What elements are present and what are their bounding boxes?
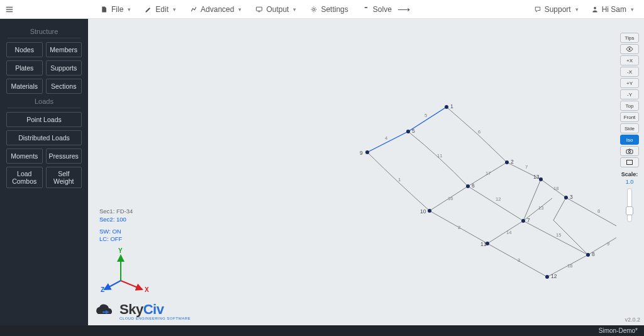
status-sw: SW: ON [99, 228, 133, 236]
btn-tips[interactable]: Tips [620, 33, 639, 43]
svg-text:16: 16 [448, 196, 453, 201]
menu-support[interactable]: Support▾ [534, 5, 579, 14]
menu-user-label: Hi Sam [602, 5, 626, 14]
svg-text:17: 17 [486, 171, 491, 176]
btn-side[interactable]: Side [620, 123, 639, 133]
btn-load-combos[interactable]: Load Combos [6, 167, 43, 188]
btn-members[interactable]: Members [46, 42, 82, 57]
btn-sections[interactable]: Sections [46, 79, 82, 94]
chevron-down-icon: ▾ [631, 6, 634, 13]
svg-text:X: X [145, 286, 149, 293]
svg-text:18: 18 [567, 263, 572, 269]
btn-moments[interactable]: Moments [6, 148, 43, 164]
camera-icon [626, 148, 633, 154]
svg-text:9: 9 [607, 241, 609, 247]
status-sec2: Sec2: 100 [99, 216, 133, 224]
eye-icon [626, 46, 633, 52]
svg-text:11: 11 [437, 153, 442, 159]
view-controls: Tips +X -X +Y -Y Top Front Side Iso Scal… [619, 33, 640, 222]
brand-tagline: CLOUD ENGINEERING SOFTWARE [119, 316, 191, 320]
menu-file[interactable]: File▾ [101, 4, 131, 14]
svg-text:8: 8 [597, 208, 600, 214]
axes-widget: X Y Z [101, 244, 151, 294]
svg-point-44 [628, 150, 630, 152]
btn-plus-x[interactable]: +X [620, 55, 639, 65]
svg-point-12 [521, 219, 525, 223]
svg-point-3 [445, 105, 448, 109]
svg-line-36 [121, 281, 142, 289]
structure-mesh: 1 5 9 2 6 10 13 3 7 11 4 8 12 5 4 6 11 1… [214, 76, 616, 289]
svg-text:7: 7 [527, 217, 530, 223]
status-overlay: Sec1: FD-34 Sec2: 100 SW: ON LC: OFF [99, 208, 133, 244]
menu-edit[interactable]: Edit▾ [145, 4, 176, 14]
svg-text:15: 15 [556, 232, 561, 238]
node-label: 2 [511, 159, 514, 165]
btn-nodes[interactable]: Nodes [6, 42, 43, 57]
menu-settings[interactable]: Settings [310, 4, 348, 14]
btn-iso[interactable]: Iso [620, 135, 639, 145]
svg-point-5 [365, 150, 369, 154]
btn-self-weight[interactable]: Self Weight [46, 167, 82, 188]
scale-slider[interactable] [627, 188, 632, 222]
btn-pressures[interactable]: Pressures [46, 148, 82, 164]
menu-advanced-label: Advanced [201, 5, 234, 14]
btn-minus-x[interactable]: -X [620, 67, 639, 77]
btn-top[interactable]: Top [620, 101, 639, 111]
main-menus: File▾ Edit▾ Advanced▾ Output▾ Settings S… [101, 4, 410, 14]
svg-point-11 [564, 196, 568, 199]
chevron-down-icon: ▾ [575, 6, 579, 13]
btn-supports[interactable]: Supports [46, 60, 82, 76]
brand-logo: SkyCiv CLOUD ENGINEERING SOFTWARE [93, 301, 191, 320]
svg-text:12: 12 [496, 196, 501, 202]
status-sec1: Sec1: FD-34 [99, 208, 133, 216]
status-lc: LC: OFF [99, 235, 133, 244]
svg-point-9 [428, 209, 431, 213]
svg-text:Y: Y [118, 247, 123, 254]
menu-output[interactable]: Output▾ [255, 4, 296, 14]
svg-text:6: 6 [472, 182, 475, 189]
menu-edit-label: Edit [155, 5, 169, 14]
chevron-down-icon: ▾ [238, 6, 242, 13]
scale-value: 1.0 [626, 179, 634, 185]
btn-point-loads[interactable]: Point Loads [6, 112, 82, 127]
btn-plates[interactable]: Plates [6, 60, 43, 76]
svg-rect-43 [626, 150, 633, 154]
svg-text:14: 14 [506, 230, 511, 235]
svg-point-16 [586, 253, 590, 257]
viewport[interactable]: 1 5 9 2 6 10 13 3 7 11 4 8 12 5 4 6 11 1… [88, 19, 644, 325]
menu-output-label: Output [266, 5, 289, 14]
menu-solve[interactable]: Solve⟶ [362, 4, 410, 14]
svg-point-42 [629, 48, 631, 50]
node-label: 12 [551, 273, 557, 279]
menu-settings-label: Settings [321, 5, 348, 14]
btn-minus-y[interactable]: -Y [620, 89, 639, 99]
menu-file-label: File [111, 5, 123, 14]
sidebar-section-structure: Structure [8, 28, 80, 38]
menu-advanced[interactable]: Advanced▾ [190, 4, 242, 14]
node-label: 11 [480, 241, 487, 247]
btn-frame[interactable] [620, 157, 639, 167]
svg-point-17 [545, 275, 549, 279]
svg-line-38 [104, 281, 121, 289]
node-label: 1 [450, 103, 453, 109]
menu-solve-label: Solve [373, 5, 392, 14]
menu-user[interactable]: Hi Sam▾ [591, 5, 634, 14]
btn-camera[interactable] [620, 146, 639, 156]
node-label: 5 [412, 128, 415, 134]
svg-text:1: 1 [398, 177, 401, 182]
btn-plus-y[interactable]: +Y [620, 78, 639, 88]
btn-materials[interactable]: Materials [6, 79, 43, 94]
node-label: 9 [360, 150, 363, 156]
svg-text:3: 3 [518, 257, 520, 263]
svg-rect-0 [257, 7, 262, 11]
btn-front[interactable]: Front [620, 112, 639, 122]
cloud-icon [93, 303, 116, 319]
node-label: 3 [570, 194, 573, 200]
menu-support-label: Support [545, 5, 571, 14]
btn-visibility[interactable] [620, 44, 639, 54]
slider-thumb[interactable] [626, 206, 633, 215]
chevron-down-icon: ▾ [173, 6, 176, 13]
btn-distributed-loads[interactable]: Distributed Loads [6, 130, 82, 145]
topbar: File▾ Edit▾ Advanced▾ Output▾ Settings S… [0, 0, 644, 19]
hamburger-icon[interactable] [0, 0, 19, 19]
